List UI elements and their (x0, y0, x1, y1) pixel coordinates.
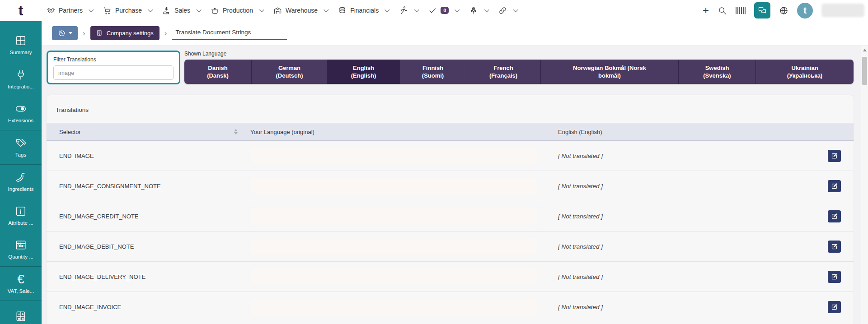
nav-activities[interactable] (394, 0, 423, 21)
sidebar-item-label: Extensions (8, 118, 33, 123)
chevron-down-icon (513, 7, 518, 12)
tab-line2: (Svenska) (703, 72, 731, 79)
sidebar-item-label: Tags (15, 152, 26, 157)
vertical-scrollbar[interactable] (861, 46, 868, 324)
nav-tasks[interactable]: 0 (423, 0, 464, 21)
cart-icon (103, 6, 112, 15)
chevron-down-icon (484, 7, 489, 12)
selector-value: END_IMAGE (59, 153, 94, 159)
top-right-actions: + t (703, 2, 868, 19)
edit-translation-button[interactable] (828, 301, 841, 313)
pot-icon (211, 6, 219, 15)
tab-line1: French (493, 64, 513, 72)
language-section: Shown Language Danish (Dansk) German (De… (184, 51, 854, 84)
breadcrumb: › Company settings › Translate Document … (42, 21, 868, 45)
nav-label: Production (223, 7, 253, 14)
original-text-redacted (250, 177, 538, 194)
edit-translation-button[interactable] (828, 210, 841, 222)
tab-line2: (English) (351, 72, 376, 79)
table-row: END_IMAGE_CONSIGNMENT_NOTE [ Not transla… (47, 171, 854, 201)
sort-icon[interactable] (234, 129, 238, 134)
chevron-down-icon (89, 7, 94, 12)
barcode-icon[interactable] (736, 7, 746, 14)
task-count-badge: 0 (441, 7, 449, 14)
nav-label: Partners (59, 7, 83, 14)
nav-partners[interactable]: Partners (42, 0, 98, 21)
handshake-icon (47, 6, 55, 15)
chevron-down-icon (414, 7, 419, 12)
company-settings-button[interactable]: Company settings (90, 26, 160, 40)
edit-translation-button[interactable] (828, 180, 841, 192)
tab-line1: English (353, 64, 374, 72)
sidebar-item-integrations[interactable]: Integratio... (0, 62, 42, 96)
plus-icon[interactable]: + (703, 5, 709, 16)
edit-translation-button[interactable] (828, 241, 841, 253)
breadcrumb-current[interactable]: Translate Document Strings (172, 26, 287, 40)
search-icon[interactable] (718, 6, 727, 15)
sidebar-item-ingredients[interactable]: Ingredients (0, 164, 42, 199)
sidebar-item-attributes[interactable]: Attribute ... (0, 199, 42, 232)
tab-german[interactable]: German (Deutsch) (252, 60, 328, 84)
user-avatar[interactable]: t (797, 3, 813, 19)
globe-icon[interactable] (779, 6, 788, 15)
tab-swedish[interactable]: Swedish (Svenska) (679, 60, 756, 84)
user-name-redacted[interactable] (821, 4, 864, 17)
top-bar: t Partners Purchase Sales Production War… (0, 0, 868, 21)
card-title: Translations (47, 95, 854, 123)
scroll-up-arrow-icon[interactable] (863, 49, 867, 51)
history-button[interactable] (52, 26, 78, 40)
sidebar-item-vat[interactable]: € VAT, Sale... (0, 266, 42, 301)
nav-warehouse[interactable]: Warehouse (268, 0, 333, 21)
app-logo[interactable]: t (0, 1, 42, 19)
tab-line1: Norwegian Bokmål (Norsk (573, 64, 646, 72)
shown-language-label: Shown Language (184, 51, 854, 57)
column-selector: Selector (59, 129, 81, 135)
sidebar-item-calculator[interactable] (0, 301, 42, 324)
language-tabs: Danish (Dansk) German (Deutsch) English … (184, 60, 854, 84)
checkmark-icon (428, 6, 437, 15)
nav-production[interactable]: Production (206, 0, 268, 21)
main-content: › Company settings › Translate Document … (42, 21, 868, 324)
original-text-redacted (250, 238, 538, 255)
warehouse-icon (273, 6, 282, 15)
tab-english[interactable]: English (English) (328, 60, 400, 84)
tab-finnish[interactable]: Finnish (Suomi) (400, 60, 466, 84)
info-square-icon (15, 205, 27, 217)
filter-panel: Filter Translations (47, 51, 180, 84)
nav-purchase[interactable]: Purchase (98, 0, 157, 21)
nav-label: Sales (174, 7, 190, 14)
nav-links[interactable] (493, 0, 522, 21)
tab-norwegian[interactable]: Norwegian Bokmål (Norsk bokmål) (541, 60, 679, 84)
chat-button[interactable] (754, 2, 770, 19)
nav-launch[interactable] (464, 0, 493, 21)
grid-icon (15, 35, 27, 46)
filter-input[interactable] (53, 65, 174, 80)
breadcrumb-separator: › (164, 29, 167, 37)
sidebar-item-label: Summary (9, 50, 32, 55)
caret-down-icon (69, 32, 72, 34)
nav-financials[interactable]: Financials (333, 0, 394, 21)
tab-french[interactable]: French (Français) (466, 60, 541, 84)
coins-icon (338, 6, 347, 15)
column-english: English (English) (558, 129, 826, 135)
edit-translation-button[interactable] (828, 271, 841, 283)
translations-card: Translations Selector Your Language (ori… (47, 95, 854, 324)
scrollbar-thumb[interactable] (862, 57, 867, 85)
sidebar-item-label: VAT, Sale... (8, 288, 34, 294)
hand-money-icon (162, 6, 171, 15)
tab-danish[interactable]: Danish (Dansk) (184, 60, 252, 84)
nav-sales[interactable]: Sales (157, 0, 206, 21)
tab-line2: (Українська) (787, 72, 822, 79)
sidebar-item-quantity[interactable]: Quantity ... (0, 232, 42, 266)
translation-status: [ Not translated ] (558, 273, 603, 280)
edit-translation-button[interactable] (828, 150, 841, 162)
chevron-down-icon (324, 7, 328, 12)
sidebar-item-summary[interactable]: Summary (0, 28, 42, 62)
tab-ukrainian[interactable]: Ukrainian (Українська) (756, 60, 854, 84)
sidebar-item-extensions[interactable]: Extensions (0, 96, 42, 130)
company-settings-label: Company settings (107, 30, 154, 37)
selector-value: END_IMAGE_CREDIT_NOTE (59, 213, 139, 220)
original-text-redacted (250, 268, 538, 285)
nav-label: Purchase (115, 7, 142, 14)
sidebar-item-tags[interactable]: Tags (0, 130, 42, 164)
